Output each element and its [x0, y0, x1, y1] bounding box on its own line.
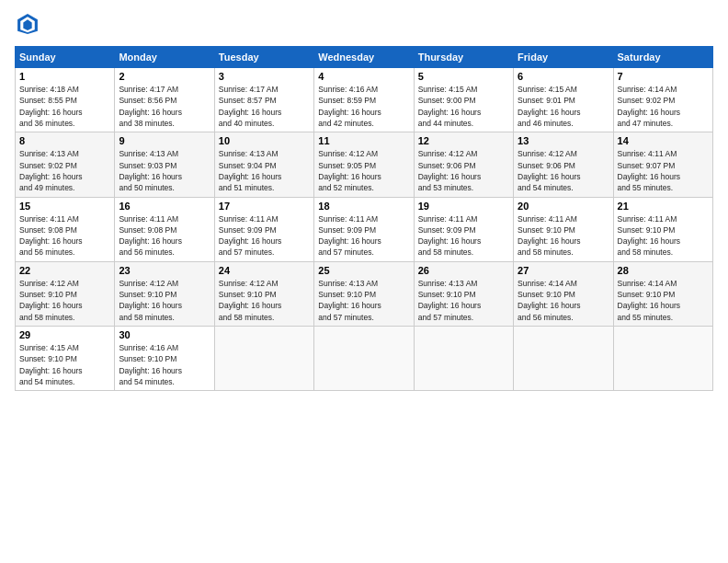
day-detail: Sunrise: 4:13 AM Sunset: 9:02 PM Dayligh… — [19, 148, 110, 193]
day-detail: Sunrise: 4:11 AM Sunset: 9:10 PM Dayligh… — [518, 213, 609, 259]
day-detail: Sunrise: 4:13 AM Sunset: 9:10 PM Dayligh… — [418, 278, 509, 323]
day-detail: Sunrise: 4:14 AM Sunset: 9:10 PM Dayligh… — [618, 278, 709, 323]
calendar-cell — [414, 327, 513, 391]
day-number: 1 — [19, 71, 110, 82]
day-detail: Sunrise: 4:15 AM Sunset: 9:00 PM Dayligh… — [418, 84, 509, 129]
calendar-cell: 19 Sunrise: 4:11 AM Sunset: 9:09 PM Dayl… — [414, 197, 513, 261]
day-number: 5 — [418, 71, 509, 82]
logo-icon — [15, 11, 40, 37]
col-header-thursday: Thursday — [414, 47, 513, 68]
day-detail: Sunrise: 4:11 AM Sunset: 9:09 PM Dayligh… — [219, 213, 310, 259]
day-detail: Sunrise: 4:11 AM Sunset: 9:09 PM Dayligh… — [418, 213, 509, 259]
col-header-monday: Monday — [115, 47, 214, 68]
calendar-cell — [514, 327, 613, 391]
calendar-cell: 8 Sunrise: 4:13 AM Sunset: 9:02 PM Dayli… — [16, 132, 115, 197]
calendar-cell: 30 Sunrise: 4:16 AM Sunset: 9:10 PM Dayl… — [115, 327, 214, 391]
day-detail: Sunrise: 4:12 AM Sunset: 9:10 PM Dayligh… — [219, 278, 310, 323]
calendar-cell: 15 Sunrise: 4:11 AM Sunset: 9:08 PM Dayl… — [16, 197, 115, 261]
calendar-cell: 9 Sunrise: 4:13 AM Sunset: 9:03 PM Dayli… — [115, 132, 214, 197]
day-detail: Sunrise: 4:17 AM Sunset: 8:56 PM Dayligh… — [119, 84, 210, 129]
day-detail: Sunrise: 4:15 AM Sunset: 9:01 PM Dayligh… — [518, 84, 609, 129]
day-number: 25 — [318, 265, 409, 276]
calendar-cell: 29 Sunrise: 4:15 AM Sunset: 9:10 PM Dayl… — [16, 327, 115, 391]
day-number: 15 — [19, 201, 110, 212]
calendar-cell: 1 Sunrise: 4:18 AM Sunset: 8:55 PM Dayli… — [16, 68, 115, 132]
day-number: 8 — [19, 135, 110, 146]
calendar-cell: 14 Sunrise: 4:11 AM Sunset: 9:07 PM Dayl… — [613, 132, 712, 197]
day-number: 30 — [119, 329, 210, 340]
calendar-cell: 16 Sunrise: 4:11 AM Sunset: 9:08 PM Dayl… — [115, 197, 214, 261]
col-header-wednesday: Wednesday — [314, 47, 414, 68]
day-detail: Sunrise: 4:16 AM Sunset: 8:59 PM Dayligh… — [318, 84, 409, 129]
calendar-week-row: 8 Sunrise: 4:13 AM Sunset: 9:02 PM Dayli… — [16, 132, 713, 197]
col-header-saturday: Saturday — [613, 47, 712, 68]
day-detail: Sunrise: 4:15 AM Sunset: 9:10 PM Dayligh… — [19, 342, 110, 387]
calendar-cell — [613, 327, 712, 391]
day-detail: Sunrise: 4:17 AM Sunset: 8:57 PM Dayligh… — [219, 84, 310, 129]
calendar-cell: 2 Sunrise: 4:17 AM Sunset: 8:56 PM Dayli… — [115, 68, 214, 132]
day-detail: Sunrise: 4:16 AM Sunset: 9:10 PM Dayligh… — [119, 342, 210, 387]
calendar-cell: 18 Sunrise: 4:11 AM Sunset: 9:09 PM Dayl… — [314, 197, 414, 261]
col-header-sunday: Sunday — [16, 47, 115, 68]
day-number: 19 — [418, 201, 509, 212]
calendar-cell: 4 Sunrise: 4:16 AM Sunset: 8:59 PM Dayli… — [314, 68, 414, 132]
day-number: 27 — [518, 265, 609, 276]
day-detail: Sunrise: 4:11 AM Sunset: 9:09 PM Dayligh… — [318, 213, 409, 259]
calendar-week-row: 22 Sunrise: 4:12 AM Sunset: 9:10 PM Dayl… — [16, 261, 713, 326]
calendar-cell: 21 Sunrise: 4:11 AM Sunset: 9:10 PM Dayl… — [613, 197, 712, 261]
day-number: 3 — [219, 71, 310, 82]
day-number: 4 — [318, 71, 409, 82]
header — [15, 11, 713, 37]
day-detail: Sunrise: 4:11 AM Sunset: 9:10 PM Dayligh… — [618, 213, 709, 259]
day-detail: Sunrise: 4:11 AM Sunset: 9:07 PM Dayligh… — [618, 148, 709, 193]
calendar-cell: 6 Sunrise: 4:15 AM Sunset: 9:01 PM Dayli… — [514, 68, 613, 132]
day-detail: Sunrise: 4:12 AM Sunset: 9:06 PM Dayligh… — [418, 148, 509, 193]
day-number: 18 — [318, 201, 409, 212]
calendar-table: SundayMondayTuesdayWednesdayThursdayFrid… — [15, 46, 713, 391]
day-number: 21 — [618, 201, 709, 212]
calendar-cell: 12 Sunrise: 4:12 AM Sunset: 9:06 PM Dayl… — [414, 132, 513, 197]
logo — [15, 11, 44, 37]
calendar-cell — [214, 327, 313, 391]
calendar-week-row: 1 Sunrise: 4:18 AM Sunset: 8:55 PM Dayli… — [16, 68, 713, 132]
day-detail: Sunrise: 4:12 AM Sunset: 9:10 PM Dayligh… — [119, 278, 210, 323]
day-number: 24 — [219, 265, 310, 276]
day-detail: Sunrise: 4:13 AM Sunset: 9:10 PM Dayligh… — [318, 278, 409, 323]
calendar-header-row: SundayMondayTuesdayWednesdayThursdayFrid… — [16, 47, 713, 68]
calendar-cell: 13 Sunrise: 4:12 AM Sunset: 9:06 PM Dayl… — [514, 132, 613, 197]
calendar-cell: 27 Sunrise: 4:14 AM Sunset: 9:10 PM Dayl… — [514, 261, 613, 326]
calendar-cell: 25 Sunrise: 4:13 AM Sunset: 9:10 PM Dayl… — [314, 261, 414, 326]
day-detail: Sunrise: 4:18 AM Sunset: 8:55 PM Dayligh… — [19, 84, 110, 129]
day-number: 16 — [119, 201, 210, 212]
day-detail: Sunrise: 4:13 AM Sunset: 9:04 PM Dayligh… — [219, 148, 310, 193]
calendar-cell: 17 Sunrise: 4:11 AM Sunset: 9:09 PM Dayl… — [214, 197, 313, 261]
calendar-cell: 26 Sunrise: 4:13 AM Sunset: 9:10 PM Dayl… — [414, 261, 513, 326]
day-number: 23 — [119, 265, 210, 276]
day-number: 10 — [219, 135, 310, 146]
calendar-cell — [314, 327, 414, 391]
calendar-cell: 11 Sunrise: 4:12 AM Sunset: 9:05 PM Dayl… — [314, 132, 414, 197]
calendar-week-row: 29 Sunrise: 4:15 AM Sunset: 9:10 PM Dayl… — [16, 327, 713, 391]
day-number: 28 — [618, 265, 709, 276]
calendar-cell: 23 Sunrise: 4:12 AM Sunset: 9:10 PM Dayl… — [115, 261, 214, 326]
day-number: 11 — [318, 135, 409, 146]
calendar-cell: 28 Sunrise: 4:14 AM Sunset: 9:10 PM Dayl… — [613, 261, 712, 326]
col-header-friday: Friday — [514, 47, 613, 68]
day-detail: Sunrise: 4:12 AM Sunset: 9:10 PM Dayligh… — [19, 278, 110, 323]
day-detail: Sunrise: 4:11 AM Sunset: 9:08 PM Dayligh… — [119, 213, 210, 259]
calendar-cell: 3 Sunrise: 4:17 AM Sunset: 8:57 PM Dayli… — [214, 68, 313, 132]
page: SundayMondayTuesdayWednesdayThursdayFrid… — [0, 0, 728, 563]
day-number: 7 — [618, 71, 709, 82]
calendar-cell: 20 Sunrise: 4:11 AM Sunset: 9:10 PM Dayl… — [514, 197, 613, 261]
calendar-cell: 7 Sunrise: 4:14 AM Sunset: 9:02 PM Dayli… — [613, 68, 712, 132]
day-number: 9 — [119, 135, 210, 146]
calendar-week-row: 15 Sunrise: 4:11 AM Sunset: 9:08 PM Dayl… — [16, 197, 713, 261]
calendar-cell: 5 Sunrise: 4:15 AM Sunset: 9:00 PM Dayli… — [414, 68, 513, 132]
day-detail: Sunrise: 4:14 AM Sunset: 9:10 PM Dayligh… — [518, 278, 609, 323]
day-number: 22 — [19, 265, 110, 276]
col-header-tuesday: Tuesday — [214, 47, 313, 68]
calendar-cell: 24 Sunrise: 4:12 AM Sunset: 9:10 PM Dayl… — [214, 261, 313, 326]
day-number: 2 — [119, 71, 210, 82]
day-number: 20 — [518, 201, 609, 212]
calendar-cell: 10 Sunrise: 4:13 AM Sunset: 9:04 PM Dayl… — [214, 132, 313, 197]
